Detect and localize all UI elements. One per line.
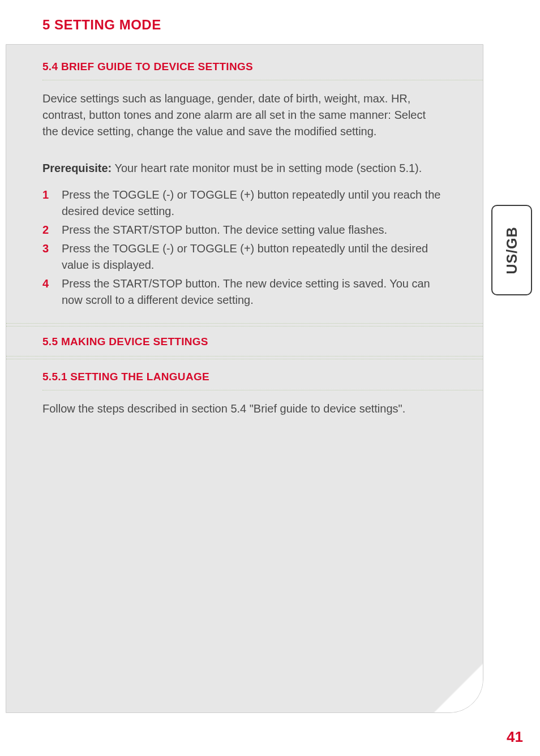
section-5-4-heading: 5.4 BRIEF GUIDE TO DEVICE SETTINGS: [6, 45, 483, 80]
page-number: 41: [507, 728, 523, 746]
step-list: 1Press the TOGGLE (-) or TOGGLE (+) butt…: [6, 187, 483, 323]
chapter-title: 5 SETTING MODE: [42, 17, 161, 33]
corner-bevel: [433, 663, 483, 713]
section-5-4-prerequisite: Prerequisite: Your heart rate monitor mu…: [6, 150, 483, 187]
step-text: Press the TOGGLE (-) or TOGGLE (+) butto…: [62, 240, 443, 273]
page: 5 SETTING MODE 5.4 BRIEF GUIDE TO DEVICE…: [0, 0, 540, 756]
content-panel: 5.4 BRIEF GUIDE TO DEVICE SETTINGS Devic…: [6, 44, 483, 713]
section-5-4-para1: Device settings such as language, gender…: [6, 80, 483, 150]
step-text: Press the START/STOP button. The new dev…: [62, 276, 443, 308]
step-item: 2Press the START/STOP button. The device…: [42, 222, 443, 238]
step-text: Press the START/STOP button. The device …: [62, 222, 443, 238]
step-item: 1Press the TOGGLE (-) or TOGGLE (+) butt…: [42, 187, 443, 220]
section-5-5-1-heading: 5.5.1 SETTING THE LANGUAGE: [6, 359, 483, 390]
section-5-5-1-para: Follow the steps described in section 5.…: [6, 390, 483, 427]
step-number: 2: [42, 222, 62, 238]
step-item: 3Press the TOGGLE (-) or TOGGLE (+) butt…: [42, 240, 443, 273]
step-number: 1: [42, 187, 62, 203]
section-5-5-heading: 5.5 MAKING DEVICE SETTINGS: [6, 327, 483, 356]
prerequisite-label: Prerequisite:: [42, 162, 112, 174]
language-tab-label: US/GB: [504, 226, 520, 274]
language-tab: US/GB: [491, 205, 532, 295]
step-item: 4Press the START/STOP button. The new de…: [42, 276, 443, 308]
step-number: 4: [42, 276, 62, 292]
prerequisite-text: Your heart rate monitor must be in setti…: [112, 162, 422, 174]
step-number: 3: [42, 240, 62, 257]
step-text: Press the TOGGLE (-) or TOGGLE (+) butto…: [62, 187, 443, 220]
